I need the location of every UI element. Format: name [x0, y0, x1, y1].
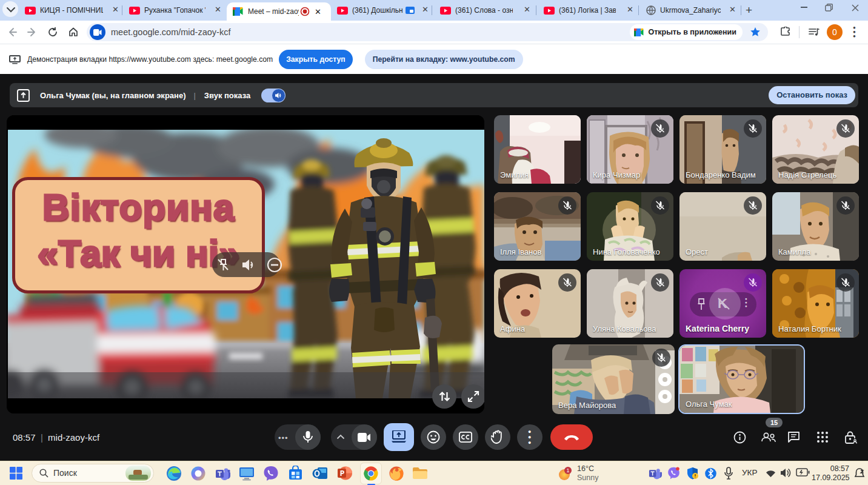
svg-text:1: 1: [566, 467, 569, 473]
